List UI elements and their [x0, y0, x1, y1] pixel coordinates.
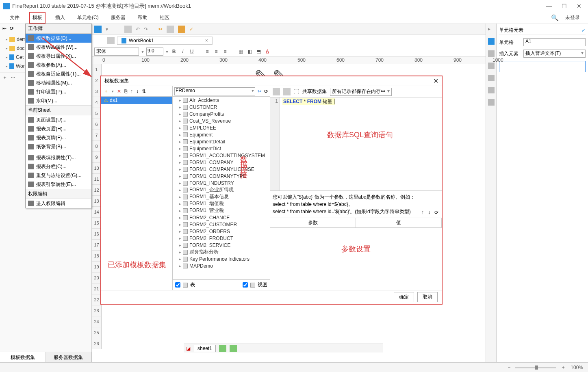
table-item[interactable]: ▸EMPLOYEE	[173, 124, 270, 131]
menu-item[interactable]: 报表页眉(H)...	[26, 124, 91, 133]
cell-element-icon[interactable]	[488, 38, 495, 45]
refresh-tables-icon[interactable]: ⟳	[264, 89, 268, 94]
dataset-item[interactable]: ⚠ ds1	[101, 97, 172, 104]
menu-file[interactable]: 文件	[7, 13, 22, 23]
table-item[interactable]: ▸财务指标分析	[173, 249, 270, 255]
add-icon[interactable]: ＋	[2, 74, 7, 81]
menu-insert[interactable]: 插入	[53, 13, 67, 23]
menu-template[interactable]: 模板	[29, 12, 46, 24]
table-item[interactable]: ▸FORM2_CUSTOMER	[173, 221, 270, 228]
table-item[interactable]: ▸FORM1_企业所得税	[173, 186, 270, 193]
undo-icon[interactable]: ↶	[136, 26, 140, 32]
menu-community[interactable]: 社区	[157, 13, 172, 23]
param-refresh-icon[interactable]: ⟳	[434, 209, 438, 216]
refresh-icon[interactable]: ⟳	[10, 26, 14, 31]
italic-icon[interactable]: I	[180, 48, 186, 55]
expand-icon[interactable]	[488, 63, 495, 69]
login-status[interactable]: 未登录	[565, 14, 580, 21]
sql-preview-icon[interactable]	[273, 88, 280, 95]
sql-edit-icon[interactable]	[283, 88, 291, 95]
zoom-out-icon[interactable]: −	[508, 365, 510, 370]
menu-item[interactable]: 报表引擎属性(E)...	[26, 180, 91, 189]
menu-item[interactable]: 模板参数(A)...	[26, 61, 91, 69]
sql-editor[interactable]: 1 SELECT * FROM 销量 数据库SQL查询语句	[270, 97, 442, 191]
table-item[interactable]: ▸FORM1_营业税	[173, 207, 270, 214]
table-item[interactable]: ▸CompanyProfits	[173, 110, 270, 117]
up-icon[interactable]: ↑	[130, 89, 133, 94]
element-editor[interactable]	[499, 61, 586, 72]
zoom-in-icon[interactable]: ＋	[561, 364, 566, 371]
menu-item[interactable]: 移动端属性(M)...	[26, 78, 91, 87]
table-item[interactable]: ▸FORM1_基本信息	[173, 193, 270, 200]
menu-item[interactable]: 报表页脚(F)...	[26, 133, 91, 142]
align-left-icon[interactable]: ≡	[204, 48, 210, 55]
table-item[interactable]: ▸EquipmentDetail	[173, 138, 270, 145]
hyperlink-icon[interactable]	[488, 87, 495, 93]
row-header[interactable]: 24	[92, 316, 102, 327]
insert-select[interactable]: 插入普通文本(T)▾	[523, 50, 586, 58]
row-header[interactable]: 26	[92, 338, 102, 349]
minimize-icon[interactable]: —	[546, 3, 552, 9]
sheet-tab[interactable]: sheet1	[194, 345, 216, 352]
menu-item[interactable]: 打印设置(P)...	[26, 87, 91, 96]
row-header[interactable]: 1	[92, 64, 102, 75]
format-brush-icon[interactable]: ✓	[189, 26, 193, 32]
menu-item[interactable]: 进入权限编辑	[26, 199, 91, 208]
table-item[interactable]: ▸FORM1_增值税	[173, 200, 270, 207]
grid-icon[interactable]	[107, 37, 115, 44]
param-down-icon[interactable]: ↓	[428, 209, 430, 216]
font-color-icon[interactable]: A	[264, 48, 271, 55]
collapse-icon[interactable]: ⇤	[2, 26, 7, 31]
cell-ref-field[interactable]: A1	[523, 38, 586, 46]
delete-ds-icon[interactable]: ✕	[117, 89, 121, 94]
save-icon[interactable]	[124, 26, 132, 33]
close-icon[interactable]: ✕	[577, 3, 581, 9]
menu-item[interactable]: 报表分栏(C)...	[26, 162, 91, 171]
menu-server[interactable]: 服务器	[108, 13, 128, 23]
table-item[interactable]: ▸Air_Accidents	[173, 97, 270, 104]
table-item[interactable]: ▸Equipment	[173, 131, 270, 138]
table-item[interactable]: ▸Key Performance Indicators	[173, 255, 270, 262]
share-checkbox[interactable]	[294, 89, 299, 94]
document-tab[interactable]: WorkBook1 ×	[117, 37, 213, 45]
table-item[interactable]: ▸FORM1_COMPANY	[173, 159, 270, 166]
table-item[interactable]: ▸FORM2_ORDERS	[173, 228, 270, 235]
view-checkbox[interactable]	[243, 282, 248, 288]
sort-icon[interactable]: ⇅	[142, 89, 146, 94]
tab-template-ds[interactable]: 模板数据集	[0, 352, 46, 362]
menu-item[interactable]: 模板自适应属性(T)...	[26, 69, 91, 78]
maximize-icon[interactable]: ☐	[562, 3, 567, 9]
preview-icon[interactable]	[94, 26, 102, 33]
border-icon[interactable]: ▦	[237, 48, 244, 55]
table-item[interactable]: ▸Cost_VS_Revenue	[173, 117, 270, 124]
connection-select[interactable]: FRDemo▾	[174, 87, 255, 95]
menu-item[interactable]: 模板Web属性(W)...	[26, 43, 91, 52]
ok-button[interactable]: 确定	[394, 292, 414, 302]
memory-select[interactable]: 所有记录都保存在内存中▾	[330, 88, 392, 96]
table-checkbox[interactable]	[175, 282, 180, 288]
menu-help[interactable]: 帮助	[135, 13, 150, 23]
fill-icon[interactable]: ◧	[246, 48, 253, 55]
add-sheet-icon[interactable]	[219, 345, 226, 352]
table-item[interactable]: ▸FORM1_COMPANYLICENSE	[173, 166, 270, 173]
align-center-icon[interactable]: ≡	[213, 48, 219, 55]
align-right-icon[interactable]: ≡	[222, 48, 228, 55]
menu-item[interactable]: 纸张背景(B)...	[26, 142, 91, 151]
table-item[interactable]: ▸FORM1_ACCOUNTTINGSYSTEM	[173, 152, 270, 159]
table-item[interactable]: ▸FORM1_COMPANYTYPE	[173, 173, 270, 180]
table-item[interactable]: ▸CUSTOMER	[173, 104, 270, 110]
menu-item[interactable]: 页面设置(U)...	[26, 115, 91, 124]
table-item[interactable]: ▸FORM2_CHANCE	[173, 214, 270, 221]
table-item[interactable]: ▸FORM2_SERVICE	[173, 242, 270, 249]
tools-icon[interactable]: ✂	[258, 89, 262, 94]
table-item[interactable]: ▸EquipmentDict	[173, 145, 270, 152]
cut-icon[interactable]: ✂	[158, 26, 163, 32]
copy-ds-icon[interactable]: ⎘	[124, 89, 127, 94]
font-select[interactable]: 宋体	[94, 48, 139, 56]
menu-item[interactable]: 模板数据集(D)...	[26, 34, 91, 43]
row-header[interactable]: 23	[92, 305, 102, 316]
add-ds-icon[interactable]: ＋	[104, 88, 108, 95]
table-item[interactable]: ▸MAPDemo	[173, 262, 270, 269]
merge-icon[interactable]: ⬒	[255, 48, 262, 55]
search-icon[interactable]: 🔍	[551, 14, 559, 22]
